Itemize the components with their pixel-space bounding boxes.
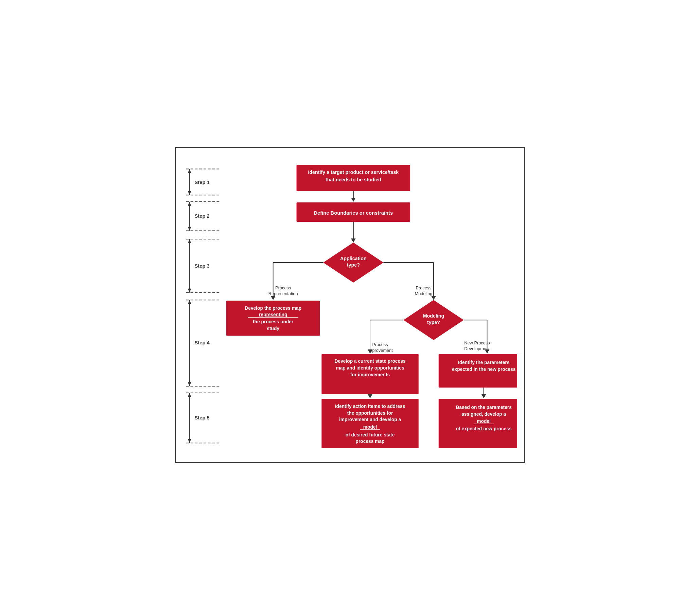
box6-text-line6: process map [356,439,385,444]
label-process-improvement-line2: Improvement [367,348,393,353]
label-process-improvement-line1: Process [372,342,388,347]
step3-label: Step 3 [195,263,209,269]
box3-text-line1: Develop the process map [245,306,301,311]
box6-text-line1: Identify action items to address [335,404,405,409]
flowchart-svg: Step 1 Step 2 Step 3 Step 4 Step 5 Iden [183,158,517,450]
box1-text-line2: that needs to be studied [326,177,381,182]
diagram-container: Step 1 Step 2 Step 3 Step 4 Step 5 Iden [175,147,525,463]
box3-text-line2: representing [259,312,287,317]
box2-text: Define Boundaries or constraints [314,210,393,216]
box4-text-line2: map and identify opportunities [336,366,404,371]
box5-text-line2: expected in the new process [452,367,516,372]
box7-text-line2: assigned, develop a [462,412,506,417]
label-process-modeling-line2: Modeling [415,291,433,296]
branch-left1-arrow [271,296,276,300]
box3-text-line3: the process under [253,319,294,324]
box6-text-line5: of desired future state [346,432,395,437]
step1-arrow-down [188,191,191,195]
arrow5-head [482,394,486,398]
box6-text-line2: the opportunities for [347,411,393,416]
box1-text-line1: Identify a target product or service/tas… [308,170,399,175]
diamond2-text-line2: type? [427,320,440,325]
step1-arrow-up [188,169,191,173]
step1-label: Step 1 [195,180,209,185]
box6-text-model: model [363,424,377,430]
diamond2-text-line1: Modeling [423,313,445,319]
box4-text-line1: Develop a current state process [335,359,406,364]
diamond1-text-line1: Application [340,256,367,261]
step2-label: Step 2 [195,213,209,219]
step3-arrow-down [188,289,191,293]
box5-text-line1: Identify the parameters [458,360,510,365]
box6-text-line3: improvement and develop a [339,417,401,422]
step5-arrow-up [188,393,191,397]
label-process-representation-line2: Representation [268,291,298,296]
step4-label: Step 4 [195,340,210,346]
step5-arrow-down [188,439,191,443]
box7-text-line4: of expected new process [456,426,512,431]
label-process-representation-line1: Process [275,285,291,290]
step2-arrow-down [188,227,191,231]
box7-text-line1: Based on the parameters [456,405,512,410]
step5-label: Step 5 [195,415,209,420]
box3-text-line4: study [267,326,279,331]
arrow1-head [351,198,356,202]
step4-arrow-up [188,300,191,304]
label-new-process-line2: Development [464,346,490,351]
label-new-process-line1: New Process [464,340,490,346]
step4-arrow-down [188,382,191,386]
step2-arrow-up [188,202,191,206]
box4-text-line3: for improvements [350,372,390,378]
arrow4-head [368,394,372,398]
arrow2-head [351,238,356,242]
diamond1-text-line2: type? [347,262,360,268]
branch-right1-arrow [431,296,436,300]
step3-arrow-up [188,239,191,243]
label-process-modeling-line1: Process [416,285,431,290]
box7-text-model: model [477,419,491,424]
